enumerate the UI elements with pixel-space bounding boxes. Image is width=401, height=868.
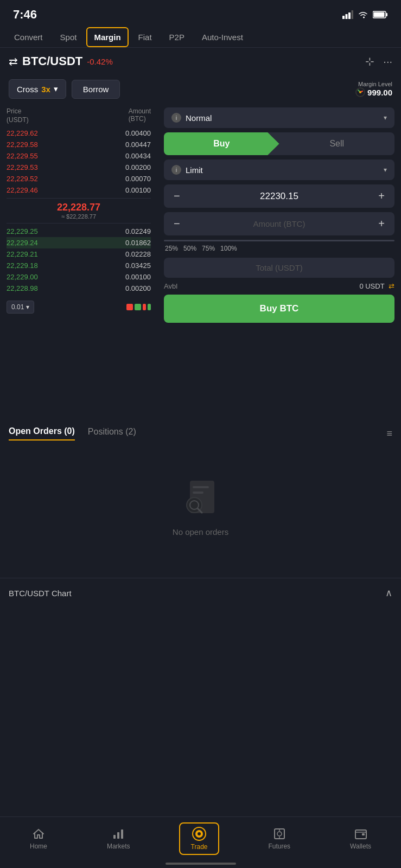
table-row[interactable]: 22,229.18 0.03425 bbox=[7, 260, 151, 271]
nav-futures-label: Futures bbox=[268, 843, 290, 850]
nav-home[interactable]: Home bbox=[19, 824, 58, 853]
sell-button[interactable]: Sell bbox=[279, 132, 395, 155]
amount-input[interactable]: − Amount (BTC) + bbox=[164, 212, 394, 235]
empty-orders-text: No open orders bbox=[173, 527, 228, 537]
buy-button[interactable]: Buy bbox=[164, 132, 279, 155]
table-row[interactable]: 22,229.53 0.00200 bbox=[7, 162, 151, 173]
nav-wallets[interactable]: Wallets bbox=[339, 824, 382, 853]
pair-left: ⇄ BTC/USDT -0.42% bbox=[9, 54, 113, 68]
svg-rect-11 bbox=[193, 492, 203, 494]
tab-fiat[interactable]: Fiat bbox=[131, 27, 160, 47]
order-mode-info-icon[interactable]: i bbox=[171, 113, 181, 123]
pair-change: -0.42% bbox=[87, 57, 113, 66]
nav-wallets-label: Wallets bbox=[350, 843, 371, 850]
avbl-label: Avbl bbox=[164, 282, 177, 290]
nav-trade[interactable]: Trade bbox=[179, 822, 220, 855]
chart-sq-red bbox=[126, 304, 133, 310]
table-row[interactable]: 22,229.52 0.00070 bbox=[7, 173, 151, 184]
nav-markets[interactable]: Markets bbox=[96, 824, 141, 853]
sell-orders: 22,229.62 0.00400 22,229.58 0.00447 22,2… bbox=[7, 127, 151, 196]
ob-header: Price (USDT) Amount (BTC) bbox=[7, 107, 151, 124]
table-row[interactable]: 22,229.58 0.00447 bbox=[7, 139, 151, 150]
tab-autoinvest[interactable]: Auto-Invest bbox=[194, 27, 251, 47]
controls-row: Cross 3x ▾ Borrow Margin Level 999.00 bbox=[0, 75, 401, 103]
positions-tab[interactable]: Positions (2) bbox=[88, 427, 136, 440]
settings-icon[interactable]: ⊹ bbox=[365, 55, 374, 68]
table-row[interactable]: 22,229.55 0.00434 bbox=[7, 150, 151, 162]
chart-collapse-icon[interactable]: ∧ bbox=[385, 587, 392, 599]
amount-placeholder: Amount (BTC) bbox=[188, 219, 371, 228]
amount-decrease-button[interactable]: − bbox=[171, 218, 182, 230]
pair-header: ⇄ BTC/USDT -0.42% ⊹ ··· bbox=[0, 48, 401, 75]
trade-icon bbox=[192, 827, 206, 841]
table-row[interactable]: 22,229.25 0.02249 bbox=[7, 226, 151, 237]
total-input[interactable]: Total (USDT) bbox=[164, 258, 394, 278]
empty-orders: No open orders bbox=[9, 443, 392, 569]
svg-rect-10 bbox=[193, 486, 209, 488]
ob-mid-price-value: 22,228.77 bbox=[7, 202, 151, 213]
svg-rect-1 bbox=[346, 14, 348, 19]
tab-spot[interactable]: Spot bbox=[53, 27, 85, 47]
ob-size-select[interactable]: 0.01 ▾ bbox=[7, 301, 34, 314]
pct-75-button[interactable]: 75% bbox=[201, 244, 216, 253]
nav-futures[interactable]: Futures bbox=[257, 824, 301, 853]
table-row[interactable]: 22,229.62 0.00400 bbox=[7, 127, 151, 139]
open-orders-tab[interactable]: Open Orders (0) bbox=[9, 426, 75, 441]
svg-rect-15 bbox=[113, 835, 116, 839]
table-row[interactable]: 22,229.24 0.01862 bbox=[7, 237, 151, 248]
chart-section: BTC/USDT Chart ∧ bbox=[0, 578, 401, 608]
filter-icon[interactable]: ≡ bbox=[386, 428, 392, 439]
svg-point-8 bbox=[359, 91, 361, 93]
tab-convert[interactable]: Convert bbox=[7, 27, 50, 47]
buy-btc-button[interactable]: Buy BTC bbox=[164, 295, 394, 323]
pct-50-button[interactable]: 50% bbox=[182, 244, 198, 253]
svg-point-20 bbox=[198, 832, 201, 835]
table-row[interactable]: 22,229.46 0.00100 bbox=[7, 184, 151, 196]
pct-25-button[interactable]: 25% bbox=[164, 244, 179, 253]
buy-orders: 22,229.25 0.02249 22,229.24 0.01862 22,2… bbox=[7, 226, 151, 294]
price-value[interactable]: 22230.15 bbox=[188, 191, 371, 202]
tab-p2p[interactable]: P2P bbox=[162, 27, 192, 47]
cross-leverage-button[interactable]: Cross 3x ▾ bbox=[9, 79, 66, 99]
status-bar: 7:46 bbox=[0, 0, 401, 27]
ob-size-value: 0.01 bbox=[11, 303, 24, 311]
margin-level-value: 999.00 bbox=[355, 87, 392, 97]
ob-mid-price[interactable]: 22,228.77 ≈ $22,228.77 bbox=[7, 198, 151, 224]
chart-sq-small-red bbox=[143, 304, 146, 310]
table-row[interactable]: 22,228.98 0.00200 bbox=[7, 283, 151, 294]
chart-sq-green bbox=[135, 304, 141, 310]
limit-info-icon[interactable]: i bbox=[171, 165, 181, 175]
svg-rect-17 bbox=[121, 829, 123, 839]
ob-mid-usd: ≈ $22,228.77 bbox=[7, 213, 151, 220]
order-mode-label: Normal bbox=[186, 113, 379, 123]
pct-row: 25% 50% 75% 100% bbox=[164, 240, 394, 253]
nav-trade-label: Trade bbox=[191, 843, 208, 851]
home-indicator bbox=[166, 863, 236, 865]
table-row[interactable]: 22,229.21 0.02228 bbox=[7, 248, 151, 260]
buy-sell-toggle: Buy Sell bbox=[164, 132, 394, 155]
svg-rect-26 bbox=[362, 833, 365, 835]
price-decrease-button[interactable]: − bbox=[171, 190, 182, 202]
pair-name[interactable]: BTC/USDT bbox=[22, 54, 82, 68]
table-row[interactable]: 22,229.00 0.00100 bbox=[7, 271, 151, 283]
transfer-icon[interactable]: ⇄ bbox=[389, 282, 394, 290]
more-icon[interactable]: ··· bbox=[383, 55, 392, 68]
price-input[interactable]: − 22230.15 + bbox=[164, 184, 394, 208]
chart-toggle[interactable] bbox=[126, 304, 151, 310]
order-mode-selector[interactable]: i Normal ▾ bbox=[164, 107, 394, 128]
cross-label: Cross bbox=[17, 85, 38, 94]
amount-increase-button[interactable]: + bbox=[376, 218, 387, 230]
orders-section: Open Orders (0) Positions (2) ≡ No open … bbox=[0, 418, 401, 578]
borrow-button[interactable]: Borrow bbox=[72, 80, 120, 99]
nav-home-label: Home bbox=[30, 843, 47, 850]
cross-chevron: ▾ bbox=[54, 84, 58, 94]
swap-icon[interactable]: ⇄ bbox=[9, 55, 18, 68]
pct-100-button[interactable]: 100% bbox=[219, 244, 238, 253]
price-increase-button[interactable]: + bbox=[376, 190, 387, 202]
svg-rect-0 bbox=[342, 16, 345, 19]
status-icons bbox=[342, 10, 388, 19]
tab-margin[interactable]: Margin bbox=[86, 27, 128, 47]
leverage-value: 3x bbox=[41, 85, 50, 94]
limit-selector[interactable]: i Limit ▾ bbox=[164, 159, 394, 180]
chart-sq-small-green bbox=[148, 304, 151, 310]
